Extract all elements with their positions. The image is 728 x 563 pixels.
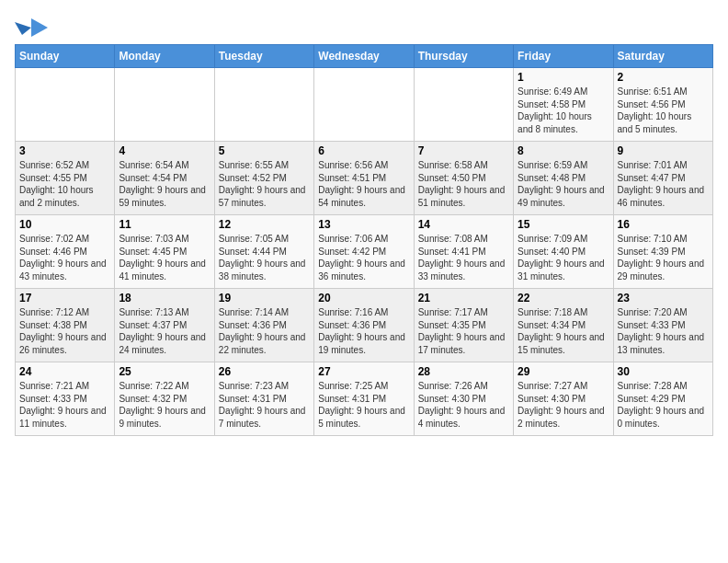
day-info: Sunrise: 6:51 AM Sunset: 4:56 PM Dayligh… — [618, 86, 709, 135]
day-info: Sunrise: 7:27 AM Sunset: 4:30 PM Dayligh… — [518, 380, 609, 430]
day-info: Sunrise: 7:12 AM Sunset: 4:38 PM Dayligh… — [19, 306, 110, 356]
day-number: 5 — [219, 144, 310, 157]
calendar-cell-1-5 — [414, 68, 513, 142]
day-info: Sunrise: 7:22 AM Sunset: 4:32 PM Dayligh… — [119, 380, 210, 430]
calendar-cell-4-5: 21Sunrise: 7:17 AM Sunset: 4:35 PM Dayli… — [414, 289, 513, 362]
day-number: 11 — [119, 218, 210, 231]
calendar-cell-2-5: 7Sunrise: 6:58 AM Sunset: 4:50 PM Daylig… — [414, 142, 513, 215]
day-info: Sunrise: 6:56 AM Sunset: 4:51 PM Dayligh… — [318, 159, 409, 209]
day-number: 13 — [318, 218, 409, 231]
day-number: 4 — [119, 144, 210, 157]
day-number: 16 — [618, 218, 709, 231]
day-number: 1 — [518, 71, 609, 84]
day-info: Sunrise: 7:25 AM Sunset: 4:31 PM Dayligh… — [318, 380, 409, 430]
day-info: Sunrise: 6:55 AM Sunset: 4:52 PM Dayligh… — [219, 159, 310, 209]
day-info: Sunrise: 7:03 AM Sunset: 4:45 PM Dayligh… — [119, 233, 210, 282]
day-info: Sunrise: 6:59 AM Sunset: 4:48 PM Dayligh… — [518, 159, 609, 209]
day-info: Sunrise: 6:54 AM Sunset: 4:54 PM Dayligh… — [119, 159, 210, 209]
day-info: Sunrise: 7:16 AM Sunset: 4:36 PM Dayligh… — [318, 306, 409, 356]
calendar-cell-2-2: 4Sunrise: 6:54 AM Sunset: 4:54 PM Daylig… — [115, 142, 214, 215]
day-number: 20 — [318, 292, 409, 304]
logo — [15, 15, 46, 37]
day-info: Sunrise: 7:18 AM Sunset: 4:34 PM Dayligh… — [518, 306, 609, 356]
day-number: 22 — [518, 292, 609, 304]
day-info: Sunrise: 7:20 AM Sunset: 4:33 PM Dayligh… — [618, 306, 709, 356]
day-info: Sunrise: 7:14 AM Sunset: 4:36 PM Dayligh… — [219, 306, 310, 356]
calendar-cell-4-1: 17Sunrise: 7:12 AM Sunset: 4:38 PM Dayli… — [16, 289, 115, 362]
day-number: 23 — [618, 292, 709, 304]
svg-marker-0 — [31, 18, 48, 37]
day-number: 17 — [19, 292, 110, 304]
day-info: Sunrise: 7:28 AM Sunset: 4:29 PM Dayligh… — [618, 380, 709, 430]
day-number: 21 — [418, 292, 509, 304]
calendar-cell-5-4: 27Sunrise: 7:25 AM Sunset: 4:31 PM Dayli… — [314, 362, 414, 436]
page-header — [15, 15, 713, 37]
weekday-header-monday: Monday — [115, 45, 214, 68]
calendar-cell-3-5: 14Sunrise: 7:08 AM Sunset: 4:41 PM Dayli… — [414, 215, 513, 289]
day-info: Sunrise: 7:08 AM Sunset: 4:41 PM Dayligh… — [418, 233, 509, 282]
calendar-cell-1-2 — [115, 68, 214, 142]
day-number: 24 — [19, 365, 110, 378]
day-number: 27 — [318, 365, 409, 378]
weekday-header-thursday: Thursday — [414, 45, 513, 68]
svg-marker-1 — [15, 22, 31, 35]
day-info: Sunrise: 7:17 AM Sunset: 4:35 PM Dayligh… — [418, 306, 509, 356]
weekday-header-sunday: Sunday — [16, 45, 115, 68]
day-info: Sunrise: 6:58 AM Sunset: 4:50 PM Dayligh… — [418, 159, 509, 209]
calendar-cell-4-2: 18Sunrise: 7:13 AM Sunset: 4:37 PM Dayli… — [115, 289, 214, 362]
calendar-cell-1-3 — [214, 68, 313, 142]
day-number: 15 — [518, 218, 609, 231]
calendar-cell-2-6: 8Sunrise: 6:59 AM Sunset: 4:48 PM Daylig… — [514, 142, 613, 215]
calendar-cell-2-1: 3Sunrise: 6:52 AM Sunset: 4:55 PM Daylig… — [16, 142, 115, 215]
day-number: 10 — [19, 218, 110, 231]
day-number: 26 — [219, 365, 310, 378]
day-number: 6 — [318, 144, 409, 157]
day-info: Sunrise: 7:10 AM Sunset: 4:39 PM Dayligh… — [618, 233, 709, 282]
day-number: 28 — [418, 365, 509, 378]
day-info: Sunrise: 7:21 AM Sunset: 4:33 PM Dayligh… — [19, 380, 110, 430]
calendar-cell-3-4: 13Sunrise: 7:06 AM Sunset: 4:42 PM Dayli… — [314, 215, 414, 289]
calendar-cell-3-2: 11Sunrise: 7:03 AM Sunset: 4:45 PM Dayli… — [115, 215, 214, 289]
calendar-cell-5-6: 29Sunrise: 7:27 AM Sunset: 4:30 PM Dayli… — [514, 362, 613, 436]
day-number: 7 — [418, 144, 509, 157]
calendar-cell-5-7: 30Sunrise: 7:28 AM Sunset: 4:29 PM Dayli… — [613, 362, 712, 436]
day-number: 25 — [119, 365, 210, 378]
day-info: Sunrise: 6:49 AM Sunset: 4:58 PM Dayligh… — [518, 86, 609, 135]
day-info: Sunrise: 6:52 AM Sunset: 4:55 PM Dayligh… — [19, 159, 110, 209]
calendar-cell-5-3: 26Sunrise: 7:23 AM Sunset: 4:31 PM Dayli… — [214, 362, 313, 436]
day-info: Sunrise: 7:02 AM Sunset: 4:46 PM Dayligh… — [19, 233, 110, 282]
day-number: 30 — [618, 365, 709, 378]
weekday-header-saturday: Saturday — [613, 45, 712, 68]
day-number: 3 — [19, 144, 110, 157]
day-number: 19 — [219, 292, 310, 304]
day-info: Sunrise: 7:01 AM Sunset: 4:47 PM Dayligh… — [618, 159, 709, 209]
calendar-cell-3-3: 12Sunrise: 7:05 AM Sunset: 4:44 PM Dayli… — [214, 215, 313, 289]
day-info: Sunrise: 7:26 AM Sunset: 4:30 PM Dayligh… — [418, 380, 509, 430]
calendar-cell-3-6: 15Sunrise: 7:09 AM Sunset: 4:40 PM Dayli… — [514, 215, 613, 289]
day-number: 14 — [418, 218, 509, 231]
calendar-cell-3-1: 10Sunrise: 7:02 AM Sunset: 4:46 PM Dayli… — [16, 215, 115, 289]
calendar-cell-4-7: 23Sunrise: 7:20 AM Sunset: 4:33 PM Dayli… — [613, 289, 712, 362]
calendar-cell-5-5: 28Sunrise: 7:26 AM Sunset: 4:30 PM Dayli… — [414, 362, 513, 436]
calendar-cell-2-3: 5Sunrise: 6:55 AM Sunset: 4:52 PM Daylig… — [214, 142, 313, 215]
day-info: Sunrise: 7:05 AM Sunset: 4:44 PM Dayligh… — [219, 233, 310, 282]
weekday-header-tuesday: Tuesday — [214, 45, 313, 68]
day-number: 29 — [518, 365, 609, 378]
calendar-cell-5-1: 24Sunrise: 7:21 AM Sunset: 4:33 PM Dayli… — [16, 362, 115, 436]
calendar-cell-4-6: 22Sunrise: 7:18 AM Sunset: 4:34 PM Dayli… — [514, 289, 613, 362]
calendar-cell-2-4: 6Sunrise: 6:56 AM Sunset: 4:51 PM Daylig… — [314, 142, 414, 215]
day-number: 2 — [618, 71, 709, 84]
calendar-cell-1-4 — [314, 68, 414, 142]
day-info: Sunrise: 7:13 AM Sunset: 4:37 PM Dayligh… — [119, 306, 210, 356]
day-info: Sunrise: 7:23 AM Sunset: 4:31 PM Dayligh… — [219, 380, 310, 430]
calendar-cell-4-4: 20Sunrise: 7:16 AM Sunset: 4:36 PM Dayli… — [314, 289, 414, 362]
day-number: 9 — [618, 144, 709, 157]
day-info: Sunrise: 7:06 AM Sunset: 4:42 PM Dayligh… — [318, 233, 409, 282]
calendar-cell-1-7: 2Sunrise: 6:51 AM Sunset: 4:56 PM Daylig… — [613, 68, 712, 142]
day-number: 12 — [219, 218, 310, 231]
day-number: 18 — [119, 292, 210, 304]
day-number: 8 — [518, 144, 609, 157]
calendar-cell-2-7: 9Sunrise: 7:01 AM Sunset: 4:47 PM Daylig… — [613, 142, 712, 215]
calendar-cell-1-1 — [16, 68, 115, 142]
weekday-header-friday: Friday — [514, 45, 613, 68]
